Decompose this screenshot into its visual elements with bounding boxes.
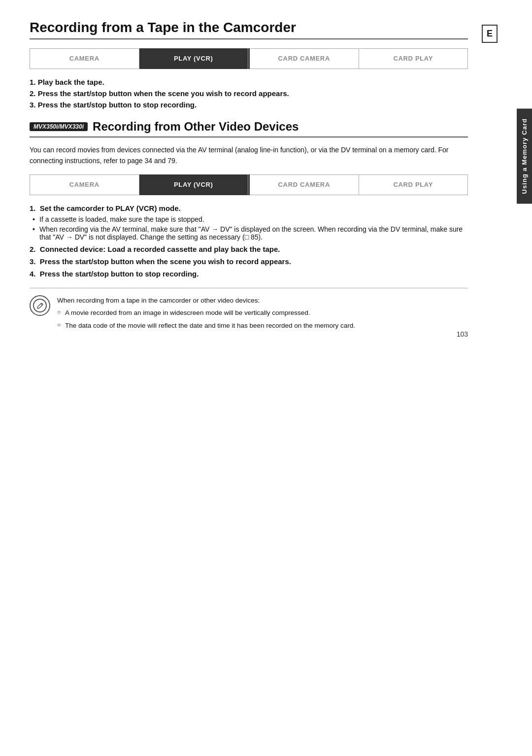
step-2: 2. Press the start/stop button when the … bbox=[30, 89, 468, 98]
mode-play-vcr[interactable]: PLAY (VCR) bbox=[139, 48, 249, 69]
note-icon bbox=[30, 295, 50, 316]
e-tab: E bbox=[482, 25, 498, 43]
note-intro: When recording from a tape in the camcor… bbox=[57, 295, 355, 306]
svg-point-0 bbox=[33, 299, 46, 312]
note-box: When recording from a tape in the camcor… bbox=[30, 288, 468, 333]
mode-card-camera[interactable]: CARD CAMERA bbox=[250, 48, 359, 69]
note-bullet-1: A movie recorded from an image in widesc… bbox=[57, 308, 355, 318]
model-badge: MVX350i/MVX330i bbox=[30, 122, 88, 131]
section2-title: Recording from Other Video Devices bbox=[93, 120, 299, 134]
step-3: 3. Press the start/stop button to stop r… bbox=[30, 101, 468, 109]
mode-camera[interactable]: CAMERA bbox=[30, 48, 139, 69]
s2-step-3: 3. Press the start/stop button when the … bbox=[30, 257, 468, 266]
s2-step-1-sub: If a cassette is loaded, make sure the t… bbox=[30, 215, 468, 241]
note-bullet-2: The data code of the movie will reflect … bbox=[57, 320, 355, 331]
note-content: When recording from a tape in the camcor… bbox=[57, 295, 355, 333]
mode2-card-play[interactable]: CARD PLAY bbox=[359, 174, 468, 195]
right-sidebar-tab: Using a Memory Card bbox=[517, 108, 532, 204]
sub-step-1-2: When recording via the AV terminal, make… bbox=[30, 225, 468, 241]
page-container: E Recording from a Tape in the Camcorder… bbox=[0, 0, 498, 353]
mode2-card-camera[interactable]: CARD CAMERA bbox=[250, 174, 359, 195]
section2-heading: MVX350i/MVX330i Recording from Other Vid… bbox=[30, 120, 468, 137]
section1-steps: 1. Play back the tape. 2. Press the star… bbox=[30, 78, 468, 109]
s2-step-4: 4. Press the start/stop button to stop r… bbox=[30, 270, 468, 278]
s2-step-1: 1. Set the camcorder to PLAY (VCR) mode. bbox=[30, 204, 468, 212]
mode2-camera[interactable]: CAMERA bbox=[30, 174, 139, 195]
mode2-play-vcr[interactable]: PLAY (VCR) bbox=[139, 174, 249, 195]
page-title: Recording from a Tape in the Camcorder bbox=[30, 20, 468, 39]
section2-steps: 1. Set the camcorder to PLAY (VCR) mode.… bbox=[30, 204, 468, 278]
step-1: 1. Play back the tape. bbox=[30, 78, 468, 86]
mode-card-play[interactable]: CARD PLAY bbox=[359, 48, 468, 69]
sub-step-1-1: If a cassette is loaded, make sure the t… bbox=[30, 215, 468, 223]
section2-mode-bar: CAMERA PLAY (VCR) CARD CAMERA CARD PLAY bbox=[30, 174, 468, 195]
section1-mode-bar: CAMERA PLAY (VCR) CARD CAMERA CARD PLAY bbox=[30, 48, 468, 69]
page-number: 103 bbox=[457, 330, 468, 338]
s2-step-2: 2. Connected device: Load a recorded cas… bbox=[30, 245, 468, 253]
section2-body: You can record movies from devices conne… bbox=[30, 144, 468, 167]
